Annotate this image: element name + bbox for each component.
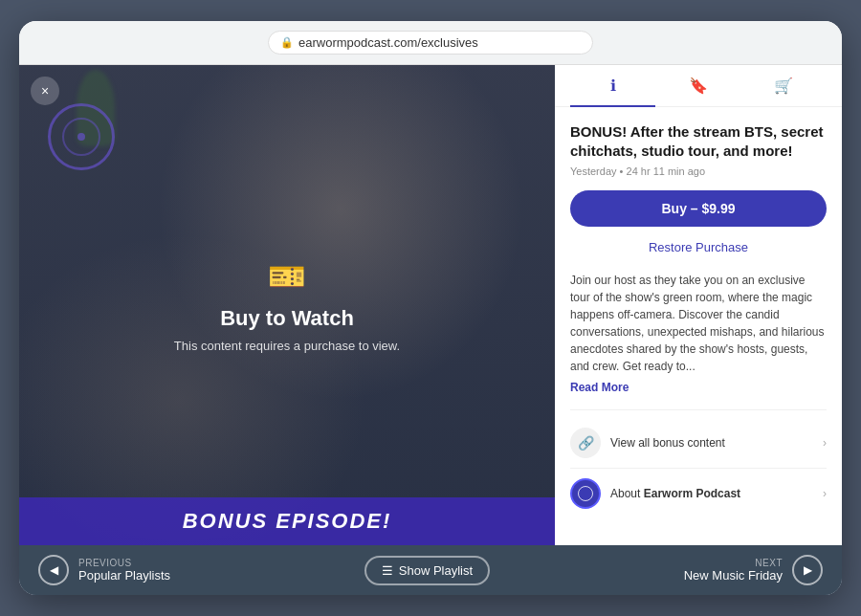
link-icon: 🔗 [570, 428, 601, 458]
buy-button[interactable]: Buy – $9.99 [570, 190, 827, 227]
episode-date: Yesterday [570, 165, 617, 177]
view-bonus-content-item[interactable]: 🔗 View all bonus content › [570, 418, 827, 469]
prev-navigation: ◀ PREVIOUS Popular Playlists [38, 555, 170, 585]
episode-description: Join our host as they take you on an exc… [570, 272, 827, 375]
bottom-nav: ◀ PREVIOUS Popular Playlists ☰ Show Play… [19, 545, 842, 595]
episode-title: BONUS! After the stream BTS, secret chit… [570, 122, 827, 160]
next-title: New Music Friday [684, 568, 783, 583]
browser-bar: 🔒 earwormpodcast.com/exclusives [19, 21, 842, 65]
playlist-label: Show Playlist [399, 563, 473, 578]
info-content: BONUS! After the stream BTS, secret chit… [555, 107, 842, 545]
divider [570, 409, 827, 410]
player-area: × 🎫 Buy to Watch This content requires a… [19, 65, 842, 545]
next-text: NEXT New Music Friday [684, 558, 783, 583]
show-playlist-button[interactable]: ☰ Show Playlist [364, 556, 490, 585]
main-content: × 🎫 Buy to Watch This content requires a… [19, 65, 842, 595]
prev-button[interactable]: ◀ [38, 555, 69, 585]
next-navigation: NEXT New Music Friday ▶ [684, 555, 823, 585]
close-button[interactable]: × [31, 77, 59, 105]
ticket-icon: 🎫 [268, 258, 306, 295]
about-podcast-label: About Earworm Podcast [610, 487, 823, 500]
playlist-icon: ☰ [382, 563, 393, 578]
episode-separator: • [620, 165, 627, 177]
lock-icon: 🔒 [280, 36, 294, 49]
video-panel: × 🎫 Buy to Watch This content requires a… [19, 65, 555, 545]
prev-title: Popular Playlists [78, 568, 170, 583]
bonus-banner: BONUS EPISODE! [19, 497, 555, 545]
bookmark-tab-icon: 🔖 [689, 77, 708, 95]
episode-meta: Yesterday • 24 hr 11 min ago [570, 165, 827, 177]
restore-purchase-button[interactable]: Restore Purchase [570, 236, 827, 258]
read-more-button[interactable]: Read More [570, 381, 827, 394]
buy-to-watch-subtitle: This content requires a purchase to view… [174, 339, 400, 353]
info-panel: ℹ 🔖 🛒 BONUS! After the stream BTS, secre… [555, 65, 842, 545]
next-button[interactable]: ▶ [792, 555, 823, 585]
bonus-episode-text: BONUS EPISODE! [183, 509, 392, 533]
cart-tab-icon: 🛒 [774, 77, 793, 95]
chevron-right-icon-2: › [823, 487, 827, 500]
device-frame: 🔒 earwormpodcast.com/exclusives × 🎫 [19, 21, 842, 595]
episode-time: 24 hr 11 min ago [627, 165, 706, 177]
next-icon: ▶ [804, 563, 812, 577]
tab-cart[interactable]: 🛒 [741, 65, 827, 106]
tab-info[interactable]: ℹ [570, 65, 655, 106]
prev-icon: ◀ [50, 563, 58, 577]
podcast-logo-icon [570, 478, 601, 509]
tab-bar: ℹ 🔖 🛒 [555, 65, 842, 107]
url-bar[interactable]: 🔒 earwormpodcast.com/exclusives [268, 31, 593, 55]
buy-overlay: 🎫 Buy to Watch This content requires a p… [19, 65, 555, 545]
next-label: NEXT [684, 558, 783, 568]
buy-to-watch-title: Buy to Watch [220, 306, 354, 331]
tab-bookmark[interactable]: 🔖 [655, 65, 740, 106]
about-podcast-item[interactable]: About Earworm Podcast › [570, 469, 827, 518]
browser-url: earwormpodcast.com/exclusives [298, 35, 478, 50]
chevron-right-icon: › [823, 436, 827, 450]
close-icon: × [41, 83, 49, 99]
info-tab-icon: ℹ [610, 77, 616, 95]
prev-text: PREVIOUS Popular Playlists [78, 558, 170, 583]
view-bonus-label: View all bonus content [610, 436, 823, 450]
podcast-logo-inner [578, 486, 593, 501]
prev-label: PREVIOUS [78, 558, 170, 568]
